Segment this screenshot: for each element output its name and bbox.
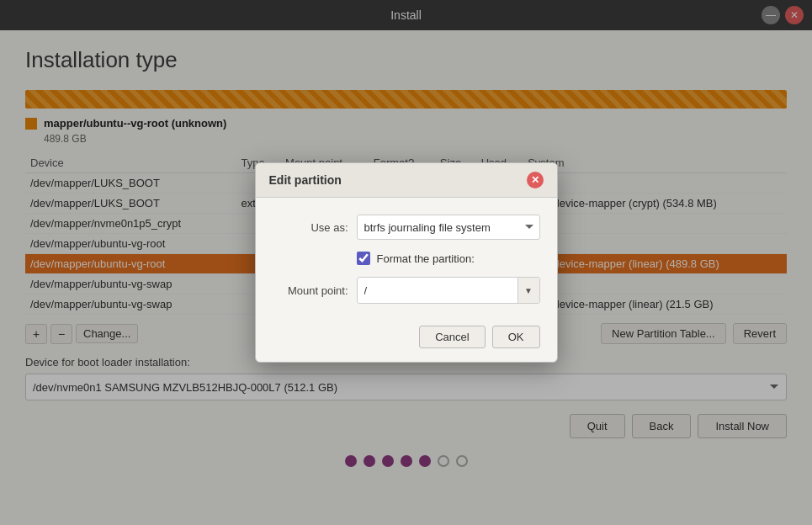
modal-body: Use as: btrfs journaling file systemext4…: [256, 198, 557, 326]
modal-header: Edit partition ✕: [256, 163, 557, 198]
modal-footer: Cancel OK: [256, 326, 557, 362]
mount-point-input[interactable]: [358, 278, 517, 303]
format-checkbox-row: Format the partition:: [357, 252, 540, 265]
modal-title: Edit partition: [269, 173, 342, 187]
modal-overlay: Edit partition ✕ Use as: btrfs journalin…: [0, 0, 812, 525]
use-as-select[interactable]: btrfs journaling file systemext4 journal…: [357, 215, 540, 240]
modal-cancel-button[interactable]: Cancel: [419, 326, 485, 348]
mount-point-dropdown-button[interactable]: ▼: [517, 278, 539, 303]
format-checkbox[interactable]: [357, 252, 370, 265]
mount-point-row: Mount point: ▼: [273, 277, 540, 304]
mount-point-input-container: ▼: [357, 277, 540, 304]
mount-point-label: Mount point:: [273, 284, 348, 297]
format-label: Format the partition:: [377, 252, 475, 265]
modal-close-button[interactable]: ✕: [527, 172, 544, 188]
use-as-row: Use as: btrfs journaling file systemext4…: [273, 215, 540, 240]
modal-ok-button[interactable]: OK: [492, 326, 540, 348]
use-as-label: Use as:: [273, 221, 348, 234]
edit-partition-modal: Edit partition ✕ Use as: btrfs journalin…: [255, 162, 558, 363]
